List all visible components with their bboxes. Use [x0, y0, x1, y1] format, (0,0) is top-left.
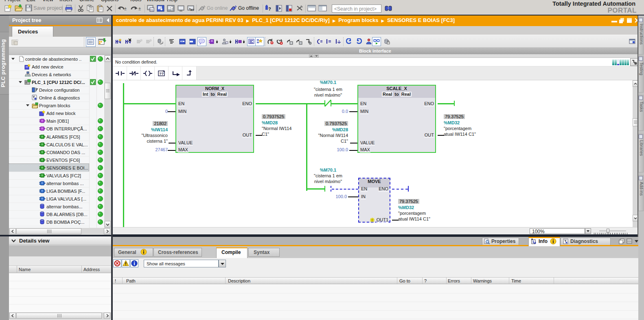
svg-text:??: ??: [159, 72, 164, 76]
svg-text:?: ?: [268, 7, 271, 11]
svg-text:01: 01: [150, 9, 153, 11]
svg-text:RT: RT: [191, 9, 195, 11]
